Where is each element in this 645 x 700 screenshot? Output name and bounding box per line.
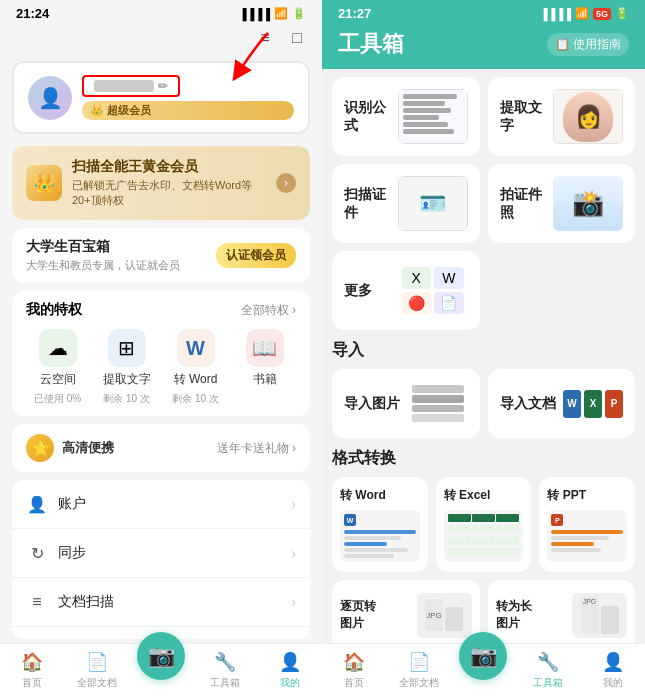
privilege-word[interactable]: W 转 Word 剩余 10 次 [164,329,227,406]
right-nav-docs-label: 全部文档 [399,676,439,690]
import-docs[interactable]: 导入文档 W X P [488,369,636,438]
mine-icon: 👤 [278,650,302,674]
right-camera-button[interactable]: 📷 [459,632,507,680]
membership-subtitle: 已解锁无广告去水印、文档转Word等20+顶特权 [72,178,266,208]
camera-button[interactable]: 📷 [137,632,185,680]
extract-img-content: 👩 [553,89,623,144]
format-ppt-label: 转 PPT [547,487,627,504]
right-docs-icon: 📄 [407,650,431,674]
format-section: 格式转换 转 Word W [332,448,635,643]
import-header: 导入 [332,340,635,361]
account-arrow-icon: › [291,496,296,512]
extract-preview: 👩 [553,89,623,144]
format-excel[interactable]: 转 Excel [436,477,532,572]
left-panel: 21:24 ▐▐▐▐ 📶 🔋 ≡ □ 👤 ✏ 👑 超级会员 [0,0,322,700]
left-nav-home[interactable]: 🏠 首页 [0,650,64,690]
left-nav-docs[interactable]: 📄 全部文档 [64,650,128,690]
right-mine-icon: 👤 [601,650,625,674]
formula-preview [398,89,468,144]
right-status-icons: ▐▐▐▐ 📶 5G 🔋 [540,7,629,20]
import-images-label: 导入图片 [344,395,400,413]
left-time: 21:24 [16,6,49,21]
right-nav-tools-label: 工具箱 [533,676,563,690]
hd-right-text: 送年卡送礼物 › [217,440,296,457]
import-images[interactable]: 导入图片 [332,369,480,438]
user-name-blurred [94,80,154,92]
menu-item-account[interactable]: 👤 账户 › [12,480,310,529]
student-badge[interactable]: 认证领会员 [216,243,296,268]
cloud-icon: ☁ [39,329,77,367]
user-name-row: ✏ [82,75,294,97]
right-nav-home-label: 首页 [344,676,364,690]
right-nav-tools[interactable]: 🔧 工具箱 [516,650,581,690]
tool-photo[interactable]: 拍证件照 📸 [488,164,636,243]
guide-button[interactable]: 📋 使用指南 [547,33,629,56]
hd-section[interactable]: ⭐ 高清便携 送年卡送礼物 › [12,424,310,472]
message-icon[interactable]: □ [286,27,308,49]
tool-formula[interactable]: 识别公式 [332,77,480,156]
membership-banner[interactable]: 👑 扫描全能王黄金会员 已解锁无广告去水印、文档转Word等20+顶特权 › [12,146,310,220]
idcard-img-content: 🪪 [398,176,468,231]
more-icon-4: 📄 [434,292,464,314]
privilege-book[interactable]: 📖 书籍 [233,329,296,406]
right-nav-mine[interactable]: 👤 我的 [580,650,645,690]
docscan-icon: ≡ [26,591,48,613]
right-tools-icon: 🔧 [536,650,560,674]
left-nav-tools[interactable]: 🔧 工具箱 [193,650,257,690]
left-nav-mine[interactable]: 👤 我的 [258,650,322,690]
user-card[interactable]: 👤 ✏ 👑 超级会员 [12,61,310,134]
formula-img-content [398,89,468,144]
page2img-preview: JPG [417,593,472,638]
more-icon-2: W [434,267,464,289]
right-nav-camera[interactable]: 📷 [451,650,516,690]
privileges-grid: ☁ 云空间 已使用 0% ⊞ 提取文字 剩余 10 次 W 转 Word 剩余 … [26,329,296,406]
tool-idcard[interactable]: 扫描证件 🪪 [332,164,480,243]
signal-icon: ▐▐▐▐ [239,8,270,20]
privilege-extract[interactable]: ⊞ 提取文字 剩余 10 次 [95,329,158,406]
format-excel-inner [444,510,524,562]
format-excel-label: 转 Excel [444,487,524,504]
format-page2img[interactable]: 逐页转图片 JPG [332,580,480,643]
format-word[interactable]: 转 Word W [332,477,428,572]
right-nav-mine-label: 我的 [603,676,623,690]
menu-item-sync[interactable]: ↻ 同步 › [12,529,310,578]
right-wifi-icon: 📶 [575,7,589,20]
fiveg-badge: 5G [593,8,611,20]
left-status-icons: ▐▐▐▐ 📶 🔋 [239,7,306,20]
import-grid: 导入图片 导入文档 W [332,369,635,438]
left-bottom-nav: 🏠 首页 📄 全部文档 📷 🔧 工具箱 👤 我的 [0,643,322,700]
vip-label: 超级会员 [107,103,151,118]
nav-docs-label: 全部文档 [77,676,117,690]
privilege-cloud[interactable]: ☁ 云空间 已使用 0% [26,329,89,406]
more-label: 更多 [344,282,398,300]
more-preview: X W 🔴 📄 [398,263,468,318]
student-card[interactable]: 大学生百宝箱 大学生和教员专属，认证就会员 认证领会员 [12,228,310,283]
import-section: 导入 导入图片 导入文档 [332,340,635,438]
avatar-image: 👤 [28,76,72,120]
tool-extract[interactable]: 提取文字 👩 [488,77,636,156]
membership-icon: 👑 [26,165,62,201]
left-nav-camera[interactable]: 📷 [129,650,193,690]
format-word-preview: W [340,510,420,562]
privileges-all-link[interactable]: 全部特权 › [241,302,296,319]
account-icon: 👤 [26,493,48,515]
tool-more[interactable]: 更多 X W 🔴 📄 [332,251,480,330]
membership-text: 扫描全能王黄金会员 已解锁无广告去水印、文档转Word等20+顶特权 [72,158,266,208]
import-docs-label: 导入文档 [500,395,556,413]
privileges-section: 我的特权 全部特权 › ☁ 云空间 已使用 0% ⊞ 提取文字 剩余 10 次 … [12,291,310,416]
edit-icon: ✏ [158,79,168,93]
format-excel-preview [444,510,524,562]
import-docs-preview: W X P [563,381,623,426]
right-nav-home[interactable]: 🏠 首页 [322,650,387,690]
left-status-bar: 21:24 ▐▐▐▐ 📶 🔋 [0,0,322,25]
right-nav-docs[interactable]: 📄 全部文档 [387,650,452,690]
guide-label: 使用指南 [573,36,621,53]
book-icon: 📖 [246,329,284,367]
privilege-extract-name: 提取文字 [103,371,151,388]
minimize-icon[interactable]: ≡ [254,27,276,49]
format-ppt[interactable]: 转 PPT P [539,477,635,572]
format-grid: 转 Word W [332,477,635,572]
word-icon: W [177,329,215,367]
format-long2img[interactable]: 转为长图片 JPG [488,580,636,643]
menu-item-docscan[interactable]: ≡ 文档扫描 › [12,578,310,627]
